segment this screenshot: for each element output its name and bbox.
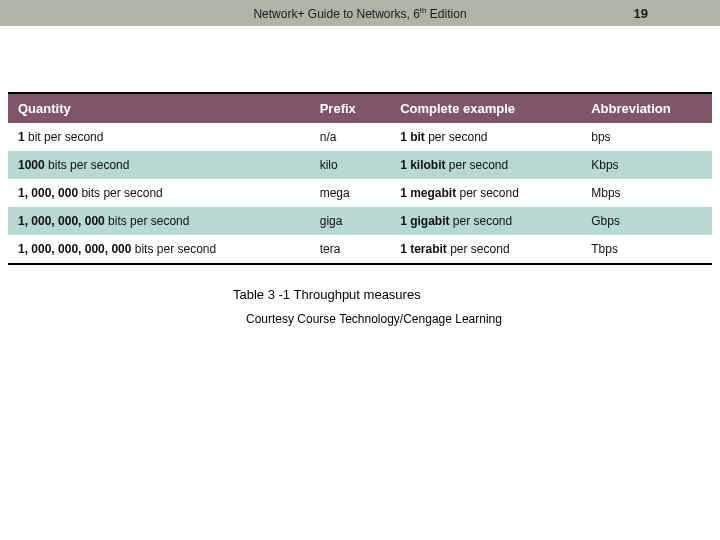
courtesy-credit: Courtesy Course Technology/Cengage Learn… (246, 312, 712, 326)
page-number: 19 (634, 6, 648, 21)
cell-abbrev: Tbps (581, 235, 712, 264)
throughput-table: Quantity Prefix Complete example Abbrevi… (8, 92, 712, 265)
cell-abbrev: Mbps (581, 179, 712, 207)
table-header-row: Quantity Prefix Complete example Abbrevi… (8, 93, 712, 123)
cell-abbrev: bps (581, 123, 712, 151)
slide-header-bar: Network+ Guide to Networks, 6th Edition … (0, 0, 720, 26)
cell-example: 1 gigabit per second (390, 207, 581, 235)
cell-quantity: 1, 000, 000, 000, 000 bits per second (8, 235, 310, 264)
cell-abbrev: Gbps (581, 207, 712, 235)
table-row: 1 bit per second n/a 1 bit per second bp… (8, 123, 712, 151)
cell-prefix: tera (310, 235, 390, 264)
table-row: 1, 000, 000, 000, 000 bits per second te… (8, 235, 712, 264)
cell-example: 1 megabit per second (390, 179, 581, 207)
cell-quantity: 1 bit per second (8, 123, 310, 151)
col-abbrev: Abbreviation (581, 93, 712, 123)
cell-prefix: kilo (310, 151, 390, 179)
cell-prefix: mega (310, 179, 390, 207)
cell-example: 1 terabit per second (390, 235, 581, 264)
slide-title: Network+ Guide to Networks, 6th Edition (253, 6, 466, 21)
title-post: Edition (427, 7, 467, 21)
table-row: 1000 bits per second kilo 1 kilobit per … (8, 151, 712, 179)
col-example: Complete example (390, 93, 581, 123)
cell-example: 1 bit per second (390, 123, 581, 151)
table-row: 1, 000, 000 bits per second mega 1 megab… (8, 179, 712, 207)
cell-example: 1 kilobit per second (390, 151, 581, 179)
slide-body: Quantity Prefix Complete example Abbrevi… (0, 26, 720, 326)
col-quantity: Quantity (8, 93, 310, 123)
cell-prefix: giga (310, 207, 390, 235)
col-prefix: Prefix (310, 93, 390, 123)
table-caption: Table 3 -1 Throughput measures (233, 287, 712, 302)
cell-quantity: 1, 000, 000 bits per second (8, 179, 310, 207)
cell-quantity: 1000 bits per second (8, 151, 310, 179)
title-pre: Network+ Guide to Networks, 6 (253, 7, 419, 21)
cell-quantity: 1, 000, 000, 000 bits per second (8, 207, 310, 235)
cell-prefix: n/a (310, 123, 390, 151)
table-row: 1, 000, 000, 000 bits per second giga 1 … (8, 207, 712, 235)
cell-abbrev: Kbps (581, 151, 712, 179)
